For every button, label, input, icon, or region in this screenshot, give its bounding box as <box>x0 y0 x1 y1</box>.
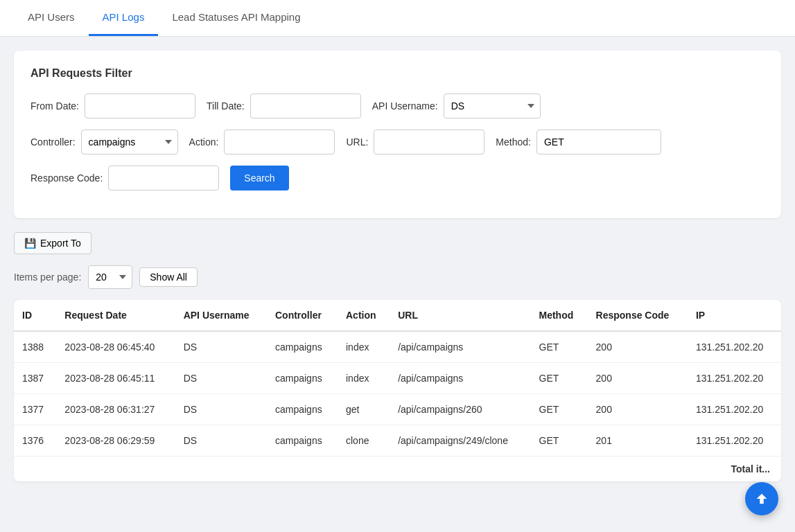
cell-ip: 131.251.202.20 <box>688 363 781 394</box>
col-header-controller: Controller <box>267 300 338 331</box>
controller-label: Controller: <box>30 136 76 148</box>
cell-id: 1387 <box>14 363 56 394</box>
cell-id: 1388 <box>14 331 56 363</box>
cell-controller: campaigns <box>267 363 338 394</box>
search-button[interactable]: Search <box>230 166 288 190</box>
cell-ip: 131.251.202.20 <box>688 331 781 363</box>
response-code-input[interactable] <box>108 166 219 190</box>
cell-ip: 131.251.202.20 <box>688 425 781 456</box>
cell-controller: campaigns <box>267 394 338 425</box>
export-button[interactable]: 💾 Export To <box>14 232 91 254</box>
cell-response-code: 200 <box>588 363 688 394</box>
cell-action: index <box>338 363 390 394</box>
cell-url: /api/campaigns <box>390 363 530 394</box>
cell-method: GET <box>531 425 588 456</box>
toolbar: 💾 Export To <box>14 232 781 254</box>
controller-select[interactable]: campaigns <box>81 130 178 154</box>
cell-api-username: DS <box>175 331 267 363</box>
cell-url: /api/campaigns/249/clone <box>390 425 530 456</box>
cell-response-code: 200 <box>588 394 688 425</box>
cell-method: GET <box>531 394 588 425</box>
filter-card: API Requests Filter From Date: Till Date… <box>14 51 781 218</box>
table-body: 13882023-08-28 06:45:40DScampaignsindex/… <box>14 331 781 456</box>
col-header-response-code: Response Code <box>588 300 688 331</box>
from-date-label: From Date: <box>30 100 79 112</box>
col-header-api-username: API Username <box>175 300 267 331</box>
table-row: 13872023-08-28 06:45:11DScampaignsindex/… <box>14 363 781 394</box>
col-header-id: ID <box>14 300 56 331</box>
action-label: Action: <box>189 136 219 148</box>
table-row: 13762023-08-28 06:29:59DScampaignsclone/… <box>14 425 781 456</box>
table-row: 13772023-08-28 06:31:27DScampaignsget/ap… <box>14 394 781 425</box>
col-header-request-date: Request Date <box>56 300 175 331</box>
col-header-action: Action <box>338 300 390 331</box>
cell-method: GET <box>531 331 588 363</box>
total-label: Total it... <box>731 463 770 475</box>
logs-table: IDRequest DateAPI UsernameControllerActi… <box>14 300 781 456</box>
cell-api-username: DS <box>175 363 267 394</box>
items-per-page-label: Items per page: <box>14 272 81 283</box>
cell-request-date: 2023-08-28 06:29:59 <box>56 425 175 456</box>
cell-action: index <box>338 331 390 363</box>
pagination-row: Items per page: 20 50 100 Show All <box>14 265 781 289</box>
cell-ip: 131.251.202.20 <box>688 394 781 425</box>
api-username-label: API Username: <box>372 100 438 112</box>
cell-request-date: 2023-08-28 06:45:40 <box>56 331 175 363</box>
action-input[interactable] <box>224 130 335 154</box>
items-per-page-select[interactable]: 20 50 100 <box>88 265 132 289</box>
api-username-select[interactable]: DS <box>444 94 541 118</box>
col-header-ip: IP <box>688 300 781 331</box>
from-date-input[interactable] <box>85 94 195 118</box>
cell-url: /api/campaigns/260 <box>390 394 530 425</box>
table-row: 13882023-08-28 06:45:40DScampaignsindex/… <box>14 331 781 363</box>
cell-api-username: DS <box>175 425 267 456</box>
cell-action: clone <box>338 425 390 456</box>
col-header-method: Method <box>531 300 588 331</box>
cell-api-username: DS <box>175 394 267 425</box>
col-header-url: URL <box>390 300 530 331</box>
cell-controller: campaigns <box>267 331 338 363</box>
url-label: URL: <box>346 136 368 148</box>
url-input[interactable] <box>374 130 484 154</box>
cell-controller: campaigns <box>267 425 338 456</box>
arrow-up-icon <box>754 491 769 495</box>
cell-method: GET <box>531 363 588 394</box>
nav-tab-api-logs[interactable]: API Logs <box>89 0 159 36</box>
cell-response-code: 201 <box>588 425 688 456</box>
response-code-label: Response Code: <box>30 172 103 184</box>
export-icon: 💾 <box>24 238 36 249</box>
cell-request-date: 2023-08-28 06:45:11 <box>56 363 175 394</box>
table-header: IDRequest DateAPI UsernameControllerActi… <box>14 300 781 331</box>
nav-tab-lead-statuses[interactable]: Lead Statuses API Mapping <box>158 0 314 36</box>
cell-action: get <box>338 394 390 425</box>
cell-response-code: 200 <box>588 331 688 363</box>
top-nav: API UsersAPI LogsLead Statuses API Mappi… <box>0 0 795 37</box>
logs-table-wrapper: IDRequest DateAPI UsernameControllerActi… <box>14 300 781 481</box>
cell-request-date: 2023-08-28 06:31:27 <box>56 394 175 425</box>
cell-url: /api/campaigns <box>390 331 530 363</box>
cell-id: 1377 <box>14 394 56 425</box>
till-date-label: Till Date: <box>207 100 245 112</box>
show-all-button[interactable]: Show All <box>139 267 198 287</box>
till-date-input[interactable] <box>250 94 361 118</box>
nav-tab-api-users[interactable]: API Users <box>14 0 89 36</box>
filter-title: API Requests Filter <box>30 67 765 80</box>
method-input[interactable] <box>536 130 661 154</box>
cell-id: 1376 <box>14 425 56 456</box>
method-label: Method: <box>496 136 531 148</box>
